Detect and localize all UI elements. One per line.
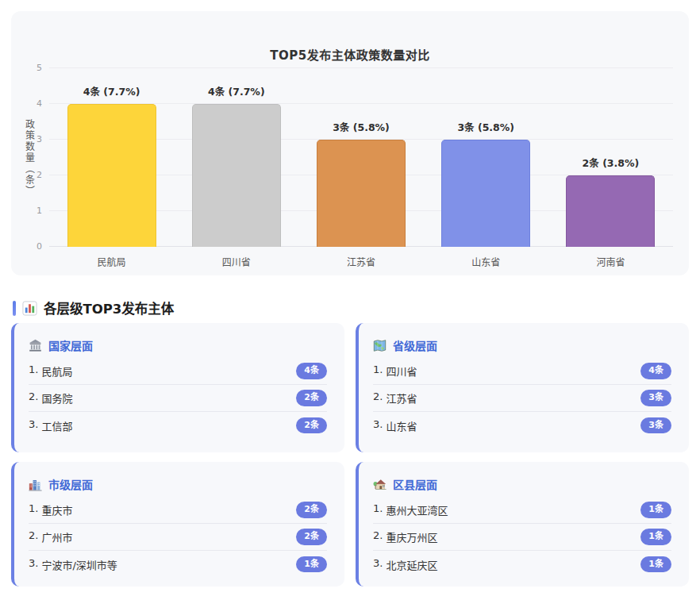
bar-group: 4条 (7.7%)四川省 (174, 68, 298, 247)
item-name: 1.惠州大亚湾区 (373, 502, 448, 517)
level-card-district: 区县层面 1.惠州大亚湾区 1条 2.重庆万州区 1条 3.北京延庆区 1条 (356, 462, 689, 587)
card-title: 国家层面 (48, 337, 93, 353)
bar-value-label: 2条 (3.8%) (548, 155, 673, 170)
count-badge: 3条 (640, 417, 671, 433)
list-item: 3.宁波市/深圳市等 1条 (29, 551, 327, 578)
item-name: 2.江苏省 (373, 390, 417, 406)
section-header: 各层级TOP3发布主体 (13, 298, 174, 317)
y-tick-label: 4 (23, 98, 42, 109)
item-name: 1.民航局 (29, 363, 72, 379)
y-tick-label: 2 (23, 170, 42, 180)
bar-chart-icon (22, 301, 37, 316)
bar-江苏省[interactable] (317, 140, 406, 247)
count-badge: 2条 (296, 529, 327, 544)
list-item: 2.广州市 2条 (29, 524, 327, 551)
y-tick-label: 5 (23, 63, 42, 73)
list-item: 2.江苏省 3条 (373, 385, 671, 412)
count-badge: 2条 (296, 417, 327, 433)
list-item: 3.北京延庆区 1条 (373, 551, 671, 578)
item-name: 3.山东省 (373, 418, 417, 433)
x-axis-label: 山东省 (424, 255, 548, 268)
y-axis-title: 政策数量（条） (22, 68, 37, 247)
top5-bar-chart-card: TOP5发布主体政策数量对比 政策数量（条） 0123454条 (7.7%)民航… (11, 11, 689, 275)
item-name: 2.广州市 (29, 529, 72, 544)
list-item: 3.工信部 2条 (29, 412, 327, 439)
item-name: 2.重庆万州区 (373, 529, 437, 544)
count-badge: 1条 (640, 529, 671, 544)
bar-chart-plot-area: 0123454条 (7.7%)民航局4条 (7.7%)四川省3条 (5.8%)江… (49, 68, 673, 247)
chart-title: TOP5发布主体政策数量对比 (11, 46, 689, 63)
list-item: 1.民航局 4条 (29, 358, 327, 385)
x-axis-label: 民航局 (49, 255, 174, 268)
bank-icon (29, 339, 42, 352)
item-name: 2.国务院 (29, 390, 72, 406)
bar-value-label: 4条 (7.7%) (49, 83, 174, 98)
map-icon (373, 339, 387, 352)
bar-group: 4条 (7.7%)民航局 (49, 68, 174, 247)
card-header: 市级层面 (29, 476, 327, 492)
card-title: 区县层面 (393, 476, 437, 492)
count-badge: 3条 (640, 390, 671, 406)
card-title: 省级层面 (393, 337, 437, 353)
item-name: 3.工信部 (29, 418, 72, 433)
y-tick-label: 1 (23, 206, 42, 216)
bar-value-label: 3条 (5.8%) (424, 119, 548, 134)
card-header: 国家层面 (29, 337, 327, 353)
x-axis-label: 江苏省 (298, 255, 423, 268)
x-axis-label: 四川省 (174, 255, 298, 268)
bar-山东省[interactable] (441, 140, 530, 247)
count-badge: 1条 (296, 556, 327, 572)
bar-value-label: 3条 (5.8%) (298, 119, 423, 134)
list-item: 1.四川省 4条 (373, 358, 671, 385)
bar-四川省[interactable] (192, 104, 281, 247)
card-header: 区县层面 (373, 476, 671, 492)
count-badge: 1条 (640, 502, 671, 517)
level-card-national: 国家层面 1.民航局 4条 2.国务院 2条 3.工信部 2条 (11, 323, 344, 452)
item-name: 1.重庆市 (29, 502, 72, 517)
item-name: 3.宁波市/深圳市等 (29, 557, 117, 572)
bar-民航局[interactable] (67, 104, 156, 247)
count-badge: 1条 (640, 556, 671, 572)
item-name: 3.北京延庆区 (373, 557, 437, 572)
list-item: 2.重庆万州区 1条 (373, 524, 671, 551)
bar-group: 3条 (5.8%)江苏省 (298, 68, 423, 247)
section-title: 各层级TOP3发布主体 (44, 298, 174, 317)
bars-container: 4条 (7.7%)民航局4条 (7.7%)四川省3条 (5.8%)江苏省3条 (… (49, 68, 673, 247)
count-badge: 4条 (640, 363, 671, 379)
bar-group: 3条 (5.8%)山东省 (424, 68, 548, 247)
list-item: 1.重庆市 2条 (29, 497, 327, 524)
card-title: 市级层面 (48, 476, 93, 492)
card-header: 省级层面 (373, 337, 671, 353)
count-badge: 4条 (296, 363, 327, 379)
count-badge: 2条 (296, 390, 327, 406)
bar-河南省[interactable] (566, 175, 655, 247)
list-item: 3.山东省 3条 (373, 412, 671, 439)
list-item: 1.惠州大亚湾区 1条 (373, 497, 671, 524)
house-icon (373, 478, 387, 491)
bar-group: 2条 (3.8%)河南省 (548, 68, 673, 247)
city-icon (29, 478, 42, 491)
count-badge: 2条 (296, 502, 327, 517)
level-card-provincial: 省级层面 1.四川省 4条 2.江苏省 3条 3.山东省 3条 (356, 323, 689, 452)
x-axis-label: 河南省 (548, 255, 673, 268)
level-card-municipal: 市级层面 1.重庆市 2条 2.广州市 2条 3.宁波市/深圳市等 1条 (11, 462, 344, 587)
y-tick-label: 0 (23, 241, 42, 252)
list-item: 2.国务院 2条 (29, 385, 327, 412)
section-accent-bar (13, 301, 16, 316)
bar-value-label: 4条 (7.7%) (174, 83, 298, 98)
level-cards-grid: 国家层面 1.民航局 4条 2.国务院 2条 3.工信部 2条 (11, 323, 689, 587)
y-tick-label: 3 (23, 134, 42, 144)
item-name: 1.四川省 (373, 363, 417, 379)
